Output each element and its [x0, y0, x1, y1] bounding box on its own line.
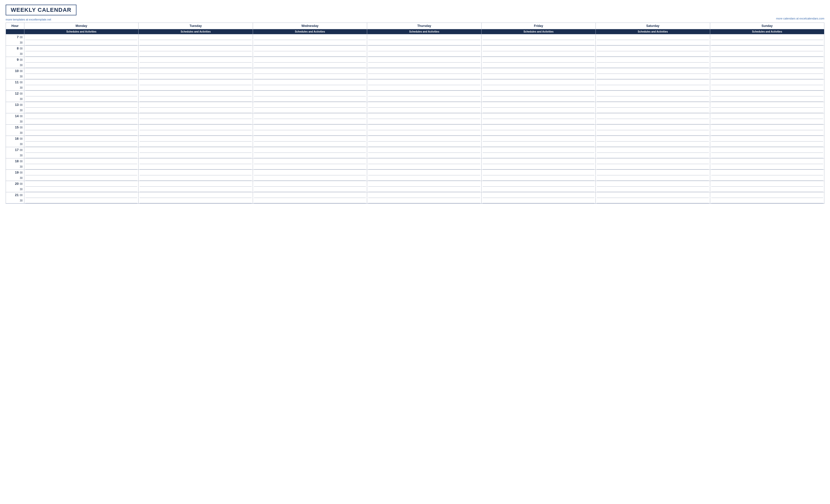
schedule-cell[interactable] — [24, 51, 138, 57]
schedule-cell[interactable] — [481, 136, 596, 141]
schedule-cell[interactable] — [596, 113, 710, 119]
schedule-cell[interactable] — [596, 153, 710, 159]
schedule-cell[interactable] — [710, 181, 824, 187]
schedule-cell[interactable] — [24, 187, 138, 192]
schedule-cell[interactable] — [138, 113, 253, 119]
schedule-cell[interactable] — [596, 51, 710, 57]
schedule-cell[interactable] — [253, 153, 367, 159]
schedule-cell[interactable] — [367, 159, 481, 164]
schedule-cell[interactable] — [481, 85, 596, 91]
schedule-cell[interactable] — [481, 63, 596, 68]
schedule-cell[interactable] — [710, 96, 824, 102]
schedule-cell[interactable] — [596, 181, 710, 187]
schedule-cell[interactable] — [138, 63, 253, 68]
schedule-cell[interactable] — [596, 40, 710, 46]
schedule-cell[interactable] — [596, 159, 710, 164]
schedule-cell[interactable] — [138, 57, 253, 63]
schedule-cell[interactable] — [710, 79, 824, 85]
schedule-cell[interactable] — [24, 159, 138, 164]
schedule-cell[interactable] — [138, 85, 253, 91]
schedule-cell[interactable] — [481, 153, 596, 159]
schedule-cell[interactable] — [367, 108, 481, 113]
schedule-cell[interactable] — [138, 198, 253, 204]
schedule-cell[interactable] — [367, 175, 481, 181]
schedule-cell[interactable] — [253, 51, 367, 57]
schedule-cell[interactable] — [481, 181, 596, 187]
schedule-cell[interactable] — [367, 91, 481, 96]
schedule-cell[interactable] — [253, 136, 367, 141]
schedule-cell[interactable] — [253, 130, 367, 136]
schedule-cell[interactable] — [24, 102, 138, 108]
schedule-cell[interactable] — [253, 96, 367, 102]
schedule-cell[interactable] — [367, 119, 481, 125]
schedule-cell[interactable] — [138, 40, 253, 46]
schedule-cell[interactable] — [138, 187, 253, 192]
schedule-cell[interactable] — [367, 147, 481, 153]
schedule-cell[interactable] — [481, 141, 596, 147]
schedule-cell[interactable] — [710, 170, 824, 175]
schedule-cell[interactable] — [367, 192, 481, 198]
schedule-cell[interactable] — [253, 192, 367, 198]
schedule-cell[interactable] — [24, 198, 138, 204]
schedule-cell[interactable] — [367, 74, 481, 79]
schedule-cell[interactable] — [481, 96, 596, 102]
schedule-cell[interactable] — [367, 34, 481, 40]
schedule-cell[interactable] — [481, 192, 596, 198]
schedule-cell[interactable] — [710, 57, 824, 63]
schedule-cell[interactable] — [367, 113, 481, 119]
schedule-cell[interactable] — [138, 46, 253, 51]
schedule-cell[interactable] — [253, 91, 367, 96]
schedule-cell[interactable] — [596, 91, 710, 96]
schedule-cell[interactable] — [481, 170, 596, 175]
schedule-cell[interactable] — [138, 136, 253, 141]
schedule-cell[interactable] — [138, 96, 253, 102]
schedule-cell[interactable] — [24, 79, 138, 85]
schedule-cell[interactable] — [710, 198, 824, 204]
schedule-cell[interactable] — [710, 74, 824, 79]
schedule-cell[interactable] — [596, 85, 710, 91]
schedule-cell[interactable] — [24, 63, 138, 68]
schedule-cell[interactable] — [24, 192, 138, 198]
schedule-cell[interactable] — [367, 85, 481, 91]
schedule-cell[interactable] — [24, 170, 138, 175]
schedule-cell[interactable] — [24, 125, 138, 130]
schedule-cell[interactable] — [367, 187, 481, 192]
schedule-cell[interactable] — [253, 175, 367, 181]
schedule-cell[interactable] — [24, 96, 138, 102]
schedule-cell[interactable] — [596, 108, 710, 113]
schedule-cell[interactable] — [24, 113, 138, 119]
schedule-cell[interactable] — [253, 187, 367, 192]
schedule-cell[interactable] — [596, 198, 710, 204]
schedule-cell[interactable] — [367, 170, 481, 175]
schedule-cell[interactable] — [253, 63, 367, 68]
schedule-cell[interactable] — [481, 125, 596, 130]
schedule-cell[interactable] — [367, 79, 481, 85]
schedule-cell[interactable] — [596, 170, 710, 175]
schedule-cell[interactable] — [24, 181, 138, 187]
schedule-cell[interactable] — [710, 85, 824, 91]
schedule-cell[interactable] — [596, 164, 710, 170]
schedule-cell[interactable] — [710, 40, 824, 46]
schedule-cell[interactable] — [24, 40, 138, 46]
schedule-cell[interactable] — [710, 187, 824, 192]
schedule-cell[interactable] — [253, 46, 367, 51]
schedule-cell[interactable] — [710, 34, 824, 40]
schedule-cell[interactable] — [596, 34, 710, 40]
schedule-cell[interactable] — [24, 68, 138, 74]
schedule-cell[interactable] — [710, 141, 824, 147]
schedule-cell[interactable] — [138, 164, 253, 170]
schedule-cell[interactable] — [24, 108, 138, 113]
schedule-cell[interactable] — [24, 130, 138, 136]
schedule-cell[interactable] — [253, 113, 367, 119]
schedule-cell[interactable] — [481, 119, 596, 125]
schedule-cell[interactable] — [481, 57, 596, 63]
schedule-cell[interactable] — [24, 34, 138, 40]
schedule-cell[interactable] — [24, 46, 138, 51]
schedule-cell[interactable] — [138, 147, 253, 153]
schedule-cell[interactable] — [710, 147, 824, 153]
schedule-cell[interactable] — [710, 136, 824, 141]
schedule-cell[interactable] — [481, 108, 596, 113]
schedule-cell[interactable] — [481, 102, 596, 108]
schedule-cell[interactable] — [481, 198, 596, 204]
schedule-cell[interactable] — [367, 181, 481, 187]
